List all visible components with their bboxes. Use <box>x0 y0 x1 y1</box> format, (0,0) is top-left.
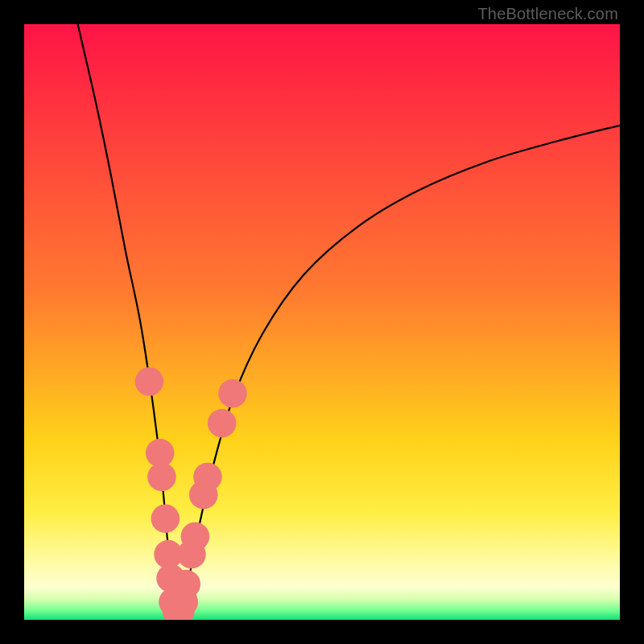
marker-point <box>172 570 201 599</box>
marker-point <box>135 367 164 396</box>
marker-point <box>218 379 247 408</box>
marker-point <box>181 522 210 551</box>
marker-point <box>151 504 180 533</box>
marker-point <box>193 463 222 492</box>
chart-frame: TheBottleneck.com <box>0 0 644 644</box>
series-right-curve <box>182 126 620 614</box>
curve-layer <box>24 24 620 620</box>
marker-point <box>147 463 176 492</box>
attribution-text: TheBottleneck.com <box>477 5 618 23</box>
marker-point <box>208 409 237 438</box>
plot-area <box>24 24 620 620</box>
